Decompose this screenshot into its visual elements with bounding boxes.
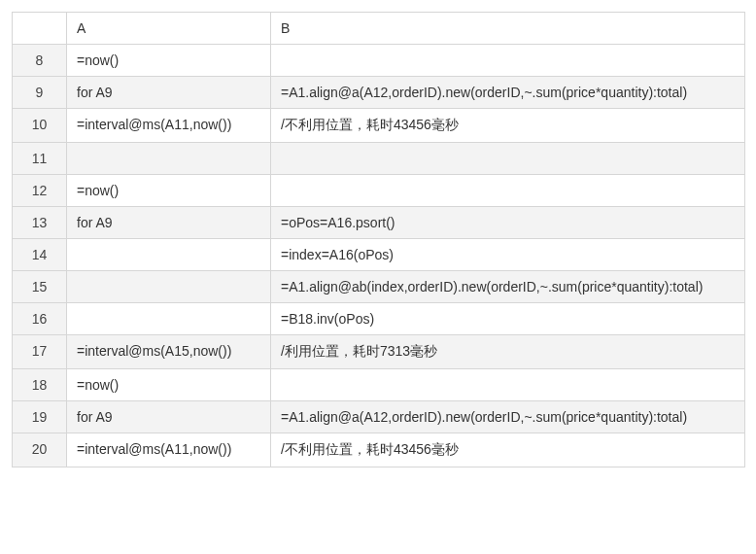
cell-B[interactable] [271,369,745,401]
cell-A[interactable] [67,239,271,271]
cell-A[interactable]: for A9 [67,401,271,433]
col-header-A: A [67,13,271,45]
cell-B[interactable] [271,45,745,77]
cell-B[interactable]: /不利用位置，耗时43456毫秒 [271,109,745,143]
cell-A[interactable]: =interval@ms(A15,now()) [67,335,271,369]
cell-B[interactable]: /利用位置，耗时7313毫秒 [271,335,745,369]
cell-A[interactable] [67,143,271,175]
cell-A[interactable] [67,271,271,303]
row-number: 10 [13,109,67,143]
cell-A[interactable]: =interval@ms(A11,now()) [67,109,271,143]
table-row: 11 [13,143,745,175]
cell-A[interactable]: for A9 [67,207,271,239]
cell-B[interactable]: =A1.align@a(A12,orderID).new(orderID,~.s… [271,77,745,109]
cell-A[interactable]: =now() [67,175,271,207]
row-number: 8 [13,45,67,77]
cell-A[interactable] [67,303,271,335]
table-row: 19 for A9 =A1.align@a(A12,orderID).new(o… [13,401,745,433]
table-row: 14 =index=A16(oPos) [13,239,745,271]
table-row: 17 =interval@ms(A15,now()) /利用位置，耗时7313毫… [13,335,745,369]
row-number: 15 [13,271,67,303]
table-row: 18 =now() [13,369,745,401]
row-number: 14 [13,239,67,271]
table-row: 8 =now() [13,45,745,77]
cell-B[interactable] [271,175,745,207]
cell-A[interactable]: for A9 [67,77,271,109]
row-number: 20 [13,433,67,467]
cell-B[interactable]: =A1.align@a(A12,orderID).new(orderID,~.s… [271,401,745,433]
row-number: 16 [13,303,67,335]
row-number: 17 [13,335,67,369]
row-number: 11 [13,143,67,175]
table-row: 9 for A9 =A1.align@a(A12,orderID).new(or… [13,77,745,109]
row-number: 19 [13,401,67,433]
header-row: A B [13,13,745,45]
table-row: 10 =interval@ms(A11,now()) /不利用位置，耗时4345… [13,109,745,143]
cell-B[interactable]: /不利用位置，耗时43456毫秒 [271,433,745,467]
row-number: 9 [13,77,67,109]
row-number: 13 [13,207,67,239]
cell-A[interactable]: =now() [67,45,271,77]
spreadsheet-table: A B 8 =now() 9 for A9 =A1.align@a(A12,or… [12,12,745,467]
col-header-B: B [271,13,745,45]
row-number: 12 [13,175,67,207]
cell-A[interactable]: =interval@ms(A11,now()) [67,433,271,467]
cell-B[interactable] [271,143,745,175]
cell-B[interactable]: =oPos=A16.psort() [271,207,745,239]
table-row: 15 =A1.align@ab(index,orderID).new(order… [13,271,745,303]
cell-A[interactable]: =now() [67,369,271,401]
table-row: 13 for A9 =oPos=A16.psort() [13,207,745,239]
cell-B[interactable]: =A1.align@ab(index,orderID).new(orderID,… [271,271,745,303]
cell-B[interactable]: =B18.inv(oPos) [271,303,745,335]
table-row: 20 =interval@ms(A11,now()) /不利用位置，耗时4345… [13,433,745,467]
corner-cell [13,13,67,45]
cell-B[interactable]: =index=A16(oPos) [271,239,745,271]
table-row: 16 =B18.inv(oPos) [13,303,745,335]
row-number: 18 [13,369,67,401]
table-row: 12 =now() [13,175,745,207]
